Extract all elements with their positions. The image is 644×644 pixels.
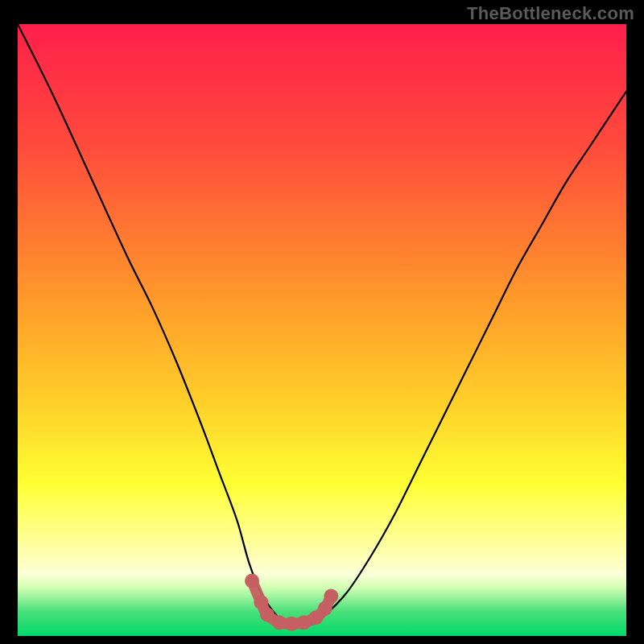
valley-dot — [245, 574, 259, 588]
valley-dot — [324, 589, 338, 604]
valley-dot — [260, 607, 275, 621]
chart-background — [18, 24, 626, 636]
watermark-text: TheBottleneck.com — [467, 3, 634, 24]
bottleneck-chart — [18, 24, 626, 636]
